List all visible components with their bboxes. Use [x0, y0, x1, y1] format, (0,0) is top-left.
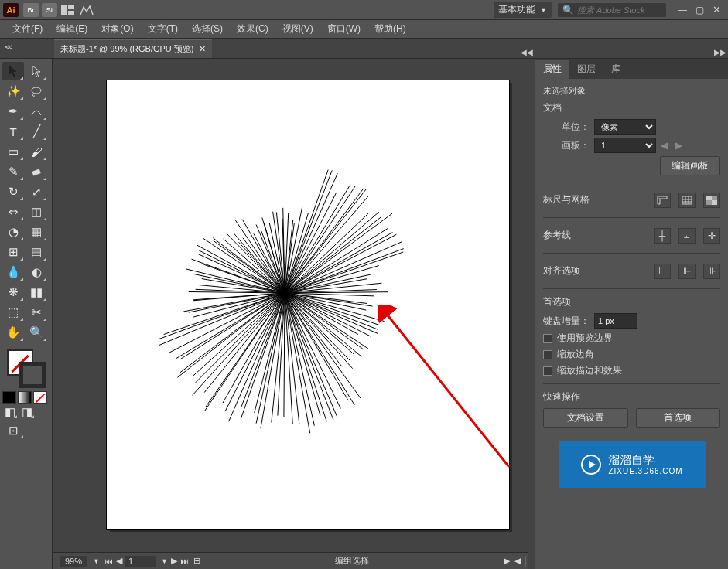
menu-effect[interactable]: 效果(C)	[232, 21, 273, 37]
gpu-icon[interactable]	[79, 3, 94, 17]
scale-strokes-checkbox[interactable]: 缩放描边和效果	[543, 364, 720, 377]
hand-tool-icon[interactable]: ✋	[2, 323, 24, 342]
menu-object[interactable]: 对象(O)	[97, 21, 138, 37]
lasso-tool-icon[interactable]	[26, 82, 47, 101]
document-setup-button[interactable]: 文档设置	[543, 408, 628, 428]
nav-prev-icon[interactable]: ◀	[116, 556, 122, 566]
nav-first-icon[interactable]: ⏮	[104, 557, 113, 566]
snap-grid-icon[interactable]: ⊩	[678, 264, 696, 279]
window-minimize-icon[interactable]: —	[674, 4, 691, 16]
zoom-tool-icon[interactable]: 🔍	[26, 323, 47, 342]
pen-tool-icon[interactable]: ✒	[2, 102, 24, 121]
svg-line-77	[206, 293, 285, 407]
tab-libraries[interactable]: 库	[603, 60, 628, 79]
magic-wand-tool-icon[interactable]: ✨	[2, 82, 24, 101]
selection-tool-icon[interactable]	[2, 62, 24, 80]
zoom-dropdown-icon[interactable]: ▼	[93, 557, 100, 565]
prev-artboard-icon[interactable]: ◀	[661, 140, 668, 151]
menu-type[interactable]: 文字(T)	[143, 21, 183, 37]
svg-line-109	[224, 239, 285, 293]
guides-lock-icon[interactable]: ⫠	[678, 228, 696, 244]
fill-stroke-swatch[interactable]	[2, 348, 50, 390]
artboard-number-field[interactable]: 1	[125, 556, 156, 567]
screen-mode-icon[interactable]: ⊡	[2, 422, 24, 439]
perspective-grid-tool-icon[interactable]: ▦	[26, 223, 47, 241]
preview-bounds-checkbox[interactable]: 使用预览边界	[543, 332, 720, 345]
menu-window[interactable]: 窗口(W)	[323, 21, 365, 37]
grid-icon[interactable]	[678, 193, 696, 208]
smart-guides-icon[interactable]: ✛	[703, 228, 720, 244]
shaper-tool-icon[interactable]: ✎	[2, 162, 24, 181]
canvas-area[interactable]: 99% ▼ ⏮ ◀ 1 ▼ ▶ ⏭ ⊞ 编组选择 ▶ ◀	[53, 59, 535, 569]
guides-show-icon[interactable]: ┼	[654, 228, 671, 244]
menu-help[interactable]: 帮助(H)	[370, 21, 411, 37]
arrange-documents-icon[interactable]	[60, 3, 76, 17]
snap-point-icon[interactable]: ⊢	[654, 264, 671, 279]
scale-tool-icon[interactable]: ⤢	[26, 182, 47, 201]
artboard[interactable]	[107, 80, 509, 529]
type-tool-icon[interactable]: T	[2, 122, 24, 141]
direct-selection-tool-icon[interactable]	[26, 62, 47, 80]
blend-tool-icon[interactable]: ◐	[26, 263, 47, 281]
edit-artboard-button[interactable]: 编辑画板	[660, 156, 720, 175]
nav-last-icon[interactable]: ⏭	[180, 557, 189, 566]
transparency-grid-icon[interactable]	[703, 193, 720, 208]
menu-file[interactable]: 文件(F)	[8, 21, 47, 37]
units-select[interactable]: 像素	[594, 119, 656, 135]
width-tool-icon[interactable]: ⇔	[2, 203, 24, 221]
line-segment-tool-icon[interactable]: ╱	[26, 122, 47, 141]
scrollbar-grip[interactable]	[525, 556, 528, 567]
window-close-icon[interactable]: ✕	[708, 4, 725, 16]
stock-icon[interactable]: St	[42, 3, 57, 17]
artboard-dropdown-icon[interactable]: ▼	[161, 557, 168, 565]
color-mode-icon[interactable]	[2, 391, 16, 404]
bridge-icon[interactable]: Br	[23, 3, 39, 17]
rectangle-tool-icon[interactable]: ▭	[2, 142, 24, 161]
draw-mode-icon[interactable]: ◧	[2, 405, 18, 419]
canvas-panel-collapse-icon[interactable]: ◀◀	[521, 48, 531, 56]
none-mode-icon[interactable]	[33, 391, 47, 404]
rotate-tool-icon[interactable]: ↻	[2, 182, 24, 201]
window-maximize-icon[interactable]: ▢	[691, 4, 708, 16]
eraser-tool-icon[interactable]	[26, 162, 47, 181]
zoom-level[interactable]: 99%	[60, 556, 87, 567]
menu-view[interactable]: 视图(V)	[278, 21, 318, 37]
tab-properties[interactable]: 属性	[535, 60, 569, 79]
workspace-switcher[interactable]: 基本功能 ▼	[494, 2, 552, 18]
stock-search-input[interactable]	[577, 5, 661, 15]
draw-behind-icon[interactable]: ◨	[19, 405, 35, 419]
document-tab[interactable]: 未标题-1* @ 99% (RGB/GPU 预览) ✕	[54, 39, 212, 58]
gradient-mode-icon[interactable]	[18, 391, 32, 404]
slice-tool-icon[interactable]: ✂	[26, 303, 47, 322]
artboard-select[interactable]: 1	[594, 138, 656, 153]
column-graph-tool-icon[interactable]: ▮▮	[26, 283, 47, 302]
search-icon: 🔍	[562, 5, 574, 15]
curvature-tool-icon[interactable]	[26, 102, 47, 121]
nav-next-icon[interactable]: ▶	[171, 556, 177, 566]
close-tab-icon[interactable]: ✕	[199, 44, 206, 54]
mesh-tool-icon[interactable]: ⊞	[2, 243, 24, 261]
menu-select[interactable]: 选择(S)	[187, 21, 227, 37]
menu-edit[interactable]: 编辑(E)	[52, 21, 92, 37]
scale-corners-checkbox[interactable]: 缩放边角	[543, 348, 720, 361]
scroll-left-icon[interactable]: ◀	[514, 556, 521, 566]
stroke-swatch[interactable]	[19, 362, 46, 388]
nav-popup-icon[interactable]: ⊞	[193, 556, 200, 566]
stock-search-field[interactable]: 🔍	[558, 3, 666, 17]
eyedropper-tool-icon[interactable]: 💧	[2, 263, 24, 281]
gradient-tool-icon[interactable]: ▤	[26, 243, 47, 261]
next-artboard-icon[interactable]: ▶	[675, 140, 682, 151]
free-transform-tool-icon[interactable]: ◫	[26, 203, 47, 221]
toolbar-collapse-icon[interactable]: ≪	[5, 43, 12, 51]
key-increment-input[interactable]	[594, 313, 637, 329]
tab-layers[interactable]: 图层	[569, 60, 603, 79]
scroll-right-icon[interactable]: ▶	[504, 556, 510, 566]
snap-pixel-icon[interactable]: ⊪	[703, 264, 720, 279]
preferences-button[interactable]: 首选项	[636, 408, 721, 428]
artboard-tool-icon[interactable]: ⬚	[2, 303, 24, 322]
shape-builder-tool-icon[interactable]: ◔	[2, 223, 24, 241]
paintbrush-tool-icon[interactable]: 🖌	[26, 142, 47, 161]
right-panel-collapse-icon[interactable]: ▶▶	[714, 48, 725, 56]
symbol-sprayer-tool-icon[interactable]: ❋	[2, 283, 24, 302]
ruler-icon[interactable]	[654, 193, 671, 208]
